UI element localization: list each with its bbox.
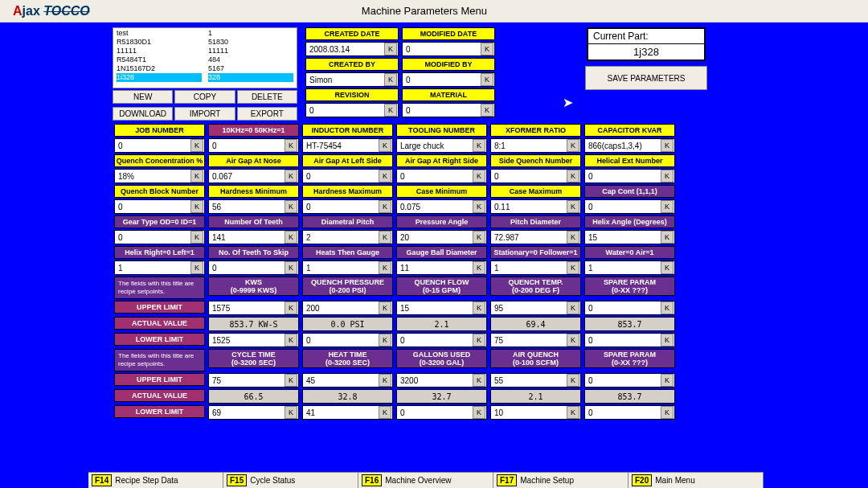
limit-field[interactable]: 0K	[396, 405, 487, 420]
k-button[interactable]: K	[379, 301, 391, 314]
k-button[interactable]: K	[285, 170, 297, 182]
param-field[interactable]: 1K	[490, 260, 581, 275]
k-button[interactable]: K	[379, 261, 391, 274]
param-field[interactable]: 866(caps1,3,4)K	[584, 138, 675, 153]
k-button[interactable]: K	[285, 139, 297, 152]
modified-date-field[interactable]: 0K	[402, 42, 495, 56]
param-field[interactable]: 0K	[114, 199, 205, 214]
limit-field[interactable]: 0K	[584, 373, 675, 388]
k-button[interactable]: K	[285, 231, 297, 244]
param-field[interactable]: 0K	[208, 260, 299, 275]
limit-field[interactable]: 95K	[490, 301, 581, 315]
param-field[interactable]: 1K	[584, 260, 675, 275]
k-button[interactable]: K	[285, 200, 297, 213]
param-field[interactable]: 141K	[208, 230, 299, 244]
k-button[interactable]: K	[285, 261, 297, 274]
delete-button[interactable]: DELETE	[237, 90, 297, 104]
k-button[interactable]: K	[661, 261, 674, 274]
k-button[interactable]: K	[285, 406, 297, 419]
limit-field[interactable]: 0K	[584, 333, 675, 347]
param-field[interactable]: 20K	[396, 230, 487, 244]
k-button[interactable]: K	[473, 200, 485, 213]
param-field[interactable]: 0K	[490, 169, 581, 183]
param-field[interactable]: 0K	[302, 169, 393, 183]
limit-field[interactable]: 3200K	[396, 373, 487, 388]
k-button[interactable]: K	[567, 261, 579, 274]
k-button[interactable]: K	[661, 139, 674, 152]
fkey-f17[interactable]: F17Machine Setup	[493, 473, 628, 488]
k-button[interactable]: K	[379, 170, 391, 182]
param-field[interactable]: 56K	[208, 199, 299, 214]
limit-field[interactable]: 41K	[302, 405, 393, 420]
k-button[interactable]: K	[567, 139, 579, 152]
download-button[interactable]: DOWNLOAD	[113, 107, 173, 121]
param-field[interactable]: 0K	[114, 230, 205, 244]
param-field[interactable]: 0K	[208, 138, 299, 153]
k-button[interactable]: K	[190, 200, 203, 213]
k-button[interactable]: K	[190, 170, 203, 182]
copy-button[interactable]: COPY	[174, 90, 235, 104]
k-button[interactable]: K	[661, 334, 674, 347]
fkey-f15[interactable]: F15Cycle Status	[223, 473, 358, 488]
param-field[interactable]: 11K	[396, 260, 487, 275]
export-button[interactable]: EXPORT	[237, 107, 297, 121]
param-field[interactable]: 2K	[302, 230, 393, 244]
fkey-f14[interactable]: F14Recipe Step Data	[88, 473, 223, 488]
param-field[interactable]: 0K	[114, 138, 205, 153]
limit-field[interactable]: 55K	[490, 373, 581, 388]
k-button[interactable]: K	[285, 374, 297, 387]
limit-field[interactable]: 75K	[490, 333, 581, 347]
k-button[interactable]: K	[473, 374, 485, 387]
k-button[interactable]: K	[190, 261, 203, 274]
k-button[interactable]: K	[567, 231, 579, 244]
param-field[interactable]: 0K	[396, 169, 487, 183]
limit-field[interactable]: 75K	[208, 373, 299, 388]
k-button[interactable]: K	[384, 43, 397, 55]
k-button[interactable]: K	[190, 231, 203, 244]
param-field[interactable]: 0K	[584, 199, 675, 214]
modified-by-field[interactable]: 0K	[402, 72, 495, 87]
param-field[interactable]: 1K	[114, 260, 205, 275]
import-button[interactable]: IMPORT	[174, 107, 235, 121]
param-field[interactable]: 0K	[302, 199, 393, 214]
k-button[interactable]: K	[567, 170, 579, 182]
k-button[interactable]: K	[567, 334, 579, 347]
save-parameters-button[interactable]: SAVE PARAMETERS	[585, 66, 707, 90]
k-button[interactable]: K	[190, 139, 203, 152]
limit-field[interactable]: 15K	[396, 301, 487, 315]
k-button[interactable]: K	[473, 170, 485, 182]
param-field[interactable]: HT-75454K	[302, 138, 393, 153]
new-button[interactable]: NEW	[113, 90, 173, 104]
limit-field[interactable]: 1525K	[208, 333, 299, 347]
k-button[interactable]: K	[379, 200, 391, 213]
k-button[interactable]: K	[661, 301, 674, 314]
fkey-f20[interactable]: F20Main Menu	[628, 473, 764, 488]
created-date-field[interactable]: 2008.03.14K	[305, 42, 399, 56]
k-button[interactable]: K	[379, 231, 391, 244]
k-button[interactable]: K	[285, 334, 297, 347]
recipe-list[interactable]: testR51830D111111R5484T11N15167D21i328 1…	[113, 27, 297, 88]
limit-field[interactable]: 0K	[584, 405, 675, 420]
k-button[interactable]: K	[661, 406, 674, 419]
param-field[interactable]: Large chuckK	[396, 138, 487, 153]
k-button[interactable]: K	[285, 301, 297, 314]
param-field[interactable]: 1K	[302, 260, 393, 275]
k-button[interactable]: K	[379, 139, 391, 152]
k-button[interactable]: K	[567, 406, 579, 419]
param-field[interactable]: 0.11K	[490, 199, 581, 214]
k-button[interactable]: K	[661, 170, 674, 182]
param-field[interactable]: 15K	[584, 230, 675, 244]
k-button[interactable]: K	[379, 334, 391, 347]
limit-field[interactable]: 0K	[302, 333, 393, 347]
param-field[interactable]: 18%K	[114, 169, 205, 183]
param-field[interactable]: 0.075K	[396, 199, 487, 214]
k-button[interactable]: K	[481, 43, 493, 55]
k-button[interactable]: K	[567, 200, 579, 213]
revision-field[interactable]: 0K	[305, 103, 399, 117]
material-field[interactable]: 0K	[402, 103, 495, 117]
k-button[interactable]: K	[567, 301, 579, 314]
param-field[interactable]: 0.067K	[208, 169, 299, 183]
k-button[interactable]: K	[379, 406, 391, 419]
k-button[interactable]: K	[473, 301, 485, 314]
k-button[interactable]: K	[473, 261, 485, 274]
